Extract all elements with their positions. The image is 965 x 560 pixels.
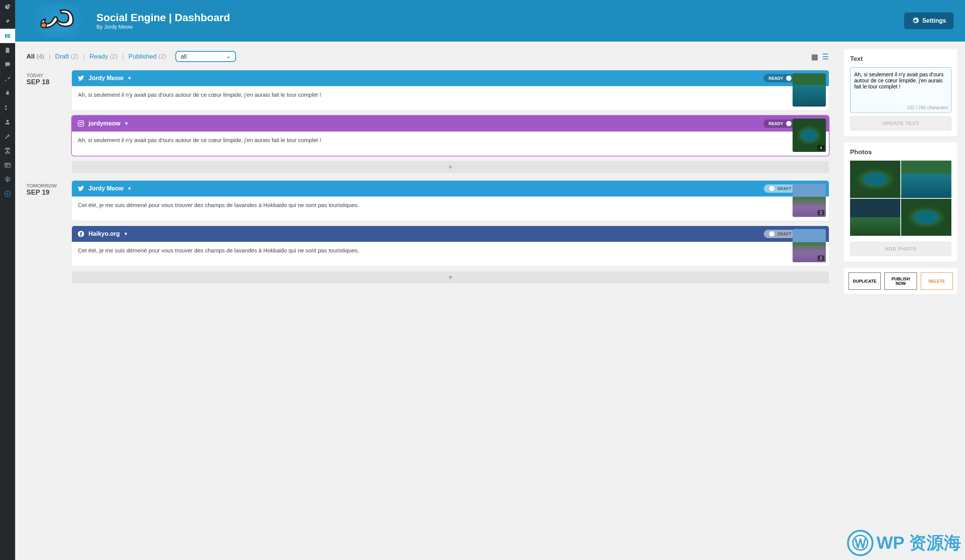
wp-menu-plugins[interactable] (0, 86, 15, 101)
settings-button[interactable]: Settings (904, 13, 954, 29)
svg-rect-2 (7, 36, 10, 38)
gear-icon (912, 17, 919, 24)
wp-admin-sidebar (0, 0, 15, 560)
post-text: Ah, si seulement il n'y avait pas d'ours… (72, 132, 829, 156)
svg-point-7 (7, 179, 9, 181)
status-toggle[interactable]: READY (764, 119, 796, 128)
photos-panel: Photos ADD PHOTO (844, 142, 957, 262)
post-card[interactable]: jordymeow ▼ READY 20:16 Ah, si seulement… (72, 116, 829, 156)
status-toggle[interactable]: DRAFT (764, 230, 795, 238)
delete-button[interactable]: DELETE (921, 273, 953, 290)
publish-now-button[interactable]: PUBLISH NOW (885, 273, 917, 290)
post-text: Cet été, je me suis démené pour vous tro… (72, 242, 829, 266)
actions-panel: DUPLICATE PUBLISH NOW DELETE (844, 268, 957, 294)
facebook-icon (77, 230, 85, 238)
text-panel: Text Ah, si seulement il n'y avait pas d… (844, 49, 957, 136)
account-name: Haikyo.org (88, 230, 120, 237)
view-grid-icon[interactable]: ▦ (811, 52, 818, 61)
account-name: jordymeow (88, 120, 120, 127)
wp-menu-scissors[interactable] (0, 101, 15, 115)
view-list-icon[interactable]: ☰ (822, 52, 829, 61)
app-logo (26, 4, 91, 38)
add-post-button[interactable]: + (72, 161, 829, 173)
photo-thumb[interactable] (901, 161, 951, 198)
twitter-icon (77, 74, 85, 82)
wp-menu-dashboard[interactable] (0, 0, 15, 15)
add-photo-button[interactable]: ADD PHOTO (850, 242, 951, 256)
photo-thumb[interactable] (850, 161, 900, 198)
post-text: Cet été, je me suis démené pour vous tro… (72, 196, 829, 221)
status-toggle[interactable]: READY (764, 74, 796, 82)
photo-thumb[interactable] (901, 199, 951, 236)
svg-rect-0 (5, 34, 7, 38)
wp-menu-social-engine[interactable] (0, 29, 15, 43)
post-card[interactable]: Haikyo.org ▼ DRAFT 18:30 Cet été, je me … (72, 226, 829, 266)
post-text: Ah, si seulement il n'y avait pas d'ours… (72, 86, 829, 110)
status-toggle[interactable]: DRAFT (764, 184, 795, 193)
wp-menu-tools[interactable] (0, 129, 15, 144)
tab-all[interactable]: All (4) (26, 53, 44, 60)
day-label: TOMORROW SEP 19 (26, 181, 64, 283)
char-count: 102 / 260 characters (850, 105, 949, 110)
page-byline: By Jordy Meow (96, 24, 904, 30)
page-title: Social Engine | Dashboard (96, 12, 904, 24)
chevron-down-icon[interactable]: ▼ (127, 75, 132, 81)
post-thumbnail[interactable] (793, 73, 826, 106)
post-card[interactable]: Jordy Meow ▼ READY 20:18 Ah, si seulemen… (72, 70, 829, 110)
instagram-icon (77, 120, 85, 127)
wp-menu-play[interactable] (0, 187, 15, 201)
filter-row: All (4) | Draft (2) | Ready (2) | Publis… (26, 51, 829, 62)
svg-point-13 (82, 121, 83, 122)
feed-area: All (4) | Draft (2) | Ready (2) | Publis… (15, 42, 840, 560)
filter-select[interactable]: all (175, 51, 236, 62)
wp-menu-brush[interactable] (0, 72, 15, 86)
wp-menu-pin[interactable] (0, 15, 15, 29)
chevron-down-icon[interactable]: ▼ (127, 186, 132, 191)
account-name: Jordy Meow (88, 75, 123, 82)
post-thumbnail[interactable]: 2 (793, 229, 826, 262)
photo-thumb[interactable] (850, 199, 900, 236)
post-card[interactable]: Jordy Meow ▼ DRAFT 18:30 Cet été, je me … (72, 181, 829, 221)
svg-rect-1 (7, 34, 10, 36)
app-header: Social Engine | Dashboard By Jordy Meow … (15, 0, 965, 42)
wp-menu-users[interactable] (0, 115, 15, 129)
chevron-down-icon[interactable]: ▼ (124, 121, 129, 126)
svg-point-9 (41, 23, 46, 28)
wp-menu-import[interactable] (0, 144, 15, 158)
wp-menu-comments[interactable] (0, 57, 15, 72)
add-post-button[interactable]: + (72, 271, 829, 283)
update-text-button[interactable]: UPDATE TEXT (850, 116, 951, 131)
wp-menu-table[interactable] (0, 158, 15, 172)
svg-point-12 (80, 122, 82, 125)
chevron-down-icon[interactable]: ▼ (124, 231, 128, 237)
svg-rect-6 (5, 163, 10, 167)
wp-menu-settings[interactable] (0, 172, 15, 187)
wp-menu-pages[interactable] (0, 43, 15, 57)
tab-published[interactable]: Published (2) (129, 53, 166, 60)
post-thumbnail[interactable]: 2 (793, 184, 826, 217)
editor-sidebar: Text Ah, si seulement il n'y avait pas d… (840, 42, 965, 560)
svg-point-3 (5, 105, 7, 107)
post-thumbnail[interactable]: 4 (793, 119, 826, 152)
day-label: TODAY SEP 18 (26, 70, 64, 173)
tab-ready[interactable]: Ready (2) (89, 53, 118, 60)
tab-draft[interactable]: Draft (2) (55, 53, 79, 60)
svg-point-4 (5, 108, 7, 110)
account-name: Jordy Meow (88, 185, 123, 192)
twitter-icon (77, 185, 85, 192)
svg-point-5 (7, 120, 9, 122)
duplicate-button[interactable]: DUPLICATE (849, 273, 881, 290)
